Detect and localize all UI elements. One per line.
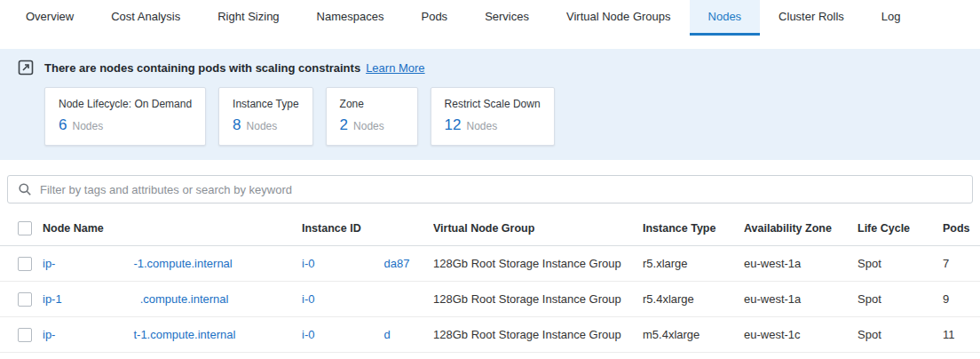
life-cycle-cell: Spot — [858, 328, 943, 341]
node-name-link[interactable]: ip-1.compute.internal — [43, 292, 302, 306]
card-count: 2 — [340, 116, 348, 134]
card-restrict-scale-down[interactable]: Restrict Scale Down 12 Nodes — [431, 87, 555, 146]
top-tab-bar: Overview Cost Analysis Right Sizing Name… — [0, 0, 980, 36]
redacted-segment — [55, 338, 133, 339]
virtual-node-group-cell: 128Gb Root Storage Instance Group — [433, 328, 643, 341]
filter-search-bar[interactable] — [7, 175, 973, 203]
card-title: Zone — [340, 98, 404, 110]
header-life-cycle: Life Cycle — [858, 222, 943, 235]
tab-nodes[interactable]: Nodes — [690, 0, 761, 36]
row-checkbox[interactable] — [18, 292, 32, 307]
instance-id-prefix: i-0 — [302, 257, 314, 270]
instance-type-cell: m5.4xlarge — [643, 328, 744, 341]
node-name-prefix: ip- — [43, 257, 55, 270]
tab-namespaces[interactable]: Namespaces — [298, 0, 403, 36]
pods-cell: 11 — [943, 328, 980, 341]
banner-message: There are nodes containing pods with sca… — [44, 61, 360, 75]
table-header-row: Node Name Instance ID Virtual Node Group… — [0, 211, 980, 246]
header-instance-type: Instance Type — [643, 222, 744, 235]
card-zone[interactable]: Zone 2 Nodes — [326, 87, 418, 146]
tab-cost-analysis[interactable]: Cost Analysis — [92, 0, 199, 36]
tab-virtual-node-groups[interactable]: Virtual Node Groups — [548, 0, 690, 36]
nodes-table: Node Name Instance ID Virtual Node Group… — [0, 211, 980, 353]
tab-pods[interactable]: Pods — [402, 0, 466, 36]
card-unit: Nodes — [247, 120, 278, 132]
tab-right-sizing[interactable]: Right Sizing — [199, 0, 297, 36]
instance-id-suffix: da87 — [383, 257, 409, 270]
table-row: ip-1.compute.internal i-0 128Gb Root Sto… — [0, 282, 980, 317]
learn-more-link[interactable]: Learn More — [366, 61, 424, 75]
header-virtual-node-group: Virtual Node Group — [433, 222, 643, 235]
life-cycle-cell: Spot — [858, 257, 943, 270]
search-input[interactable] — [40, 183, 962, 196]
table-row: ip--1.compute.internal i-0da87 128Gb Roo… — [0, 246, 980, 282]
instance-type-cell: r5.xlarge — [643, 257, 744, 270]
instance-id-prefix: i-0 — [302, 328, 314, 341]
header-pods: Pods — [943, 222, 980, 235]
instance-id-link[interactable]: i-0d — [302, 328, 433, 341]
search-icon — [18, 182, 32, 196]
node-name-prefix: ip-1 — [43, 292, 62, 306]
card-count: 8 — [233, 116, 241, 134]
node-name-suffix: -1.compute.internal — [133, 257, 232, 270]
node-name-link[interactable]: ip-t-1.compute.internal — [43, 328, 302, 341]
availability-zone-cell: eu-west-1a — [744, 257, 858, 270]
redacted-segment — [314, 338, 383, 339]
instance-type-cell: r5.4xlarge — [643, 292, 744, 306]
row-checkbox[interactable] — [18, 257, 32, 271]
tab-services[interactable]: Services — [466, 0, 548, 36]
card-node-lifecycle-on-demand[interactable]: Node Lifecycle: On Demand 6 Nodes — [44, 87, 206, 146]
tab-overview[interactable]: Overview — [7, 0, 92, 36]
pods-cell: 7 — [943, 257, 980, 270]
virtual-node-group-cell: 128Gb Root Storage Instance Group — [433, 292, 643, 306]
pods-cell: 9 — [943, 292, 980, 306]
virtual-node-group-cell: 128Gb Root Storage Instance Group — [433, 257, 643, 270]
constraint-summary-cards: Node Lifecycle: On Demand 6 Nodes Instan… — [44, 87, 962, 146]
card-unit: Nodes — [353, 120, 384, 132]
card-title: Restrict Scale Down — [445, 98, 541, 110]
card-title: Node Lifecycle: On Demand — [59, 98, 192, 110]
node-name-link[interactable]: ip--1.compute.internal — [43, 257, 302, 270]
availability-zone-cell: eu-west-1c — [744, 328, 858, 341]
card-unit: Nodes — [72, 120, 103, 132]
card-count: 12 — [445, 116, 462, 134]
table-row: ip-t-1.compute.internal i-0d 128Gb Root … — [0, 317, 980, 353]
scaling-constraints-icon — [18, 60, 34, 76]
instance-id-link[interactable]: i-0da87 — [302, 257, 433, 270]
redacted-segment — [314, 267, 383, 267]
instance-id-link[interactable]: i-0 — [302, 292, 433, 306]
tab-log[interactable]: Log — [863, 0, 920, 36]
scaling-constraints-banner: There are nodes containing pods with sca… — [0, 49, 980, 160]
instance-id-suffix: d — [383, 328, 390, 341]
redacted-segment — [62, 302, 140, 303]
header-instance-id: Instance ID — [302, 222, 433, 235]
redacted-segment — [55, 267, 133, 267]
header-availability-zone: Availability Zone — [744, 222, 858, 235]
tab-cluster-rolls[interactable]: Cluster Rolls — [760, 0, 863, 36]
card-count: 6 — [59, 116, 67, 134]
availability-zone-cell: eu-west-1a — [744, 292, 858, 306]
card-unit: Nodes — [467, 120, 498, 132]
card-instance-type[interactable]: Instance Type 8 Nodes — [218, 87, 313, 146]
row-checkbox[interactable] — [18, 328, 32, 342]
select-all-checkbox[interactable] — [18, 221, 32, 235]
node-name-suffix: .compute.internal — [140, 292, 229, 306]
card-title: Instance Type — [233, 98, 299, 110]
header-node-name: Node Name — [43, 222, 302, 235]
instance-id-prefix: i-0 — [302, 292, 314, 306]
life-cycle-cell: Spot — [858, 292, 943, 306]
node-name-suffix: t-1.compute.internal — [133, 328, 235, 341]
redacted-segment — [314, 302, 383, 303]
node-name-prefix: ip- — [43, 328, 55, 341]
